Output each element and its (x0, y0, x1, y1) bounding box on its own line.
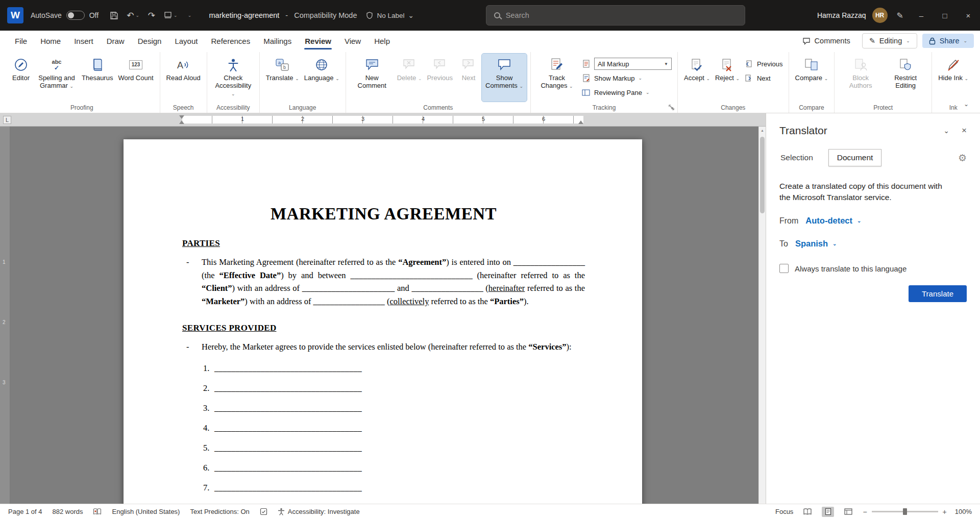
zoom-level[interactable]: 100% (955, 508, 972, 515)
vertical-scrollbar[interactable]: ▲ (758, 127, 766, 504)
read-mode-icon[interactable] (801, 507, 814, 517)
maximize-button[interactable]: □ (933, 0, 957, 31)
close-button[interactable]: × (957, 0, 980, 31)
display-for-review-select[interactable]: All Markup ▼ (594, 58, 672, 70)
proofing-errors-icon[interactable] (93, 508, 102, 515)
gear-icon[interactable]: ⚙ (958, 152, 967, 164)
language-indicator[interactable]: English (United States) (112, 508, 180, 515)
qat-extra-button[interactable]: ⌄ (161, 7, 181, 24)
collapse-pane-icon[interactable]: ⌄ (943, 127, 949, 135)
show-markup-button[interactable]: Show Markup ⌄ (581, 72, 672, 84)
predictions-status-icon[interactable] (260, 508, 267, 515)
page-indicator[interactable]: Page 1 of 4 (8, 508, 42, 515)
previous-change-label: Previous (757, 60, 783, 68)
focus-mode-button[interactable]: Focus (775, 508, 793, 515)
close-pane-icon[interactable]: × (962, 126, 967, 136)
minimize-button[interactable]: – (910, 0, 933, 31)
document-title[interactable]: marketing-agreement (209, 11, 279, 19)
horizontal-ruler[interactable]: L 1 2 3 4 5 6 (0, 113, 766, 127)
redo-button[interactable]: ↷ (144, 7, 159, 24)
first-line-indent-marker[interactable] (179, 115, 184, 119)
accessibility-person-icon (278, 508, 285, 515)
word-logo-icon[interactable]: W (7, 7, 23, 23)
tab-selector-button[interactable]: L (3, 116, 11, 124)
always-translate-checkbox[interactable] (779, 264, 789, 273)
zoom-slider[interactable] (872, 511, 938, 512)
search-input[interactable]: Search (486, 5, 745, 26)
chevron-down-icon[interactable]: ⌄ (135, 13, 139, 18)
menu-tab-home[interactable]: Home (34, 33, 67, 50)
tab-selection[interactable]: Selection (779, 150, 814, 166)
track-changes-button[interactable]: Track Changes ⌄ (534, 54, 579, 102)
autosave-toggle[interactable] (66, 11, 85, 20)
sensitivity-label-button[interactable]: No Label ⌄ (366, 11, 413, 19)
print-layout-icon[interactable] (822, 507, 834, 517)
check-accessibility-button[interactable]: Check Accessibility ⌄ (211, 54, 256, 102)
scroll-up-icon[interactable]: ▲ (759, 129, 766, 132)
scrollbar-thumb[interactable] (760, 137, 765, 213)
accept-button[interactable]: Accept ⌄ (681, 54, 713, 102)
avatar[interactable]: HR (872, 8, 888, 23)
undo-button[interactable]: ↶⌄ (124, 7, 142, 24)
document-title-area[interactable]: marketing-agreement - Compatibility Mode… (209, 11, 413, 19)
reject-button[interactable]: Reject ⌄ (713, 54, 742, 102)
autosave-control[interactable]: AutoSave Off (31, 11, 99, 20)
word-count-button[interactable]: 123 Word Count (115, 54, 156, 102)
thesaurus-button[interactable]: Thesaurus (79, 54, 115, 102)
show-comments-button[interactable]: Show Comments ⌄ (482, 54, 527, 102)
menu-tab-view[interactable]: View (338, 33, 368, 50)
text-predictions-indicator[interactable]: Text Predictions: On (190, 508, 249, 515)
next-comment-button[interactable]: Next (455, 54, 482, 102)
menu-tab-references[interactable]: References (204, 33, 257, 50)
previous-comment-button[interactable]: Previous (424, 54, 455, 102)
zoom-in-button[interactable]: + (943, 508, 947, 516)
menu-tab-draw[interactable]: Draw (100, 33, 131, 50)
menu-tab-review[interactable]: Review (298, 33, 338, 50)
zoom-slider-knob[interactable] (903, 508, 907, 515)
compare-button[interactable]: Compare ⌄ (793, 54, 831, 102)
document-page[interactable]: MARKETING AGREEMENT PARTIES - This Marke… (124, 139, 642, 504)
delete-comment-button[interactable]: Delete ⌄ (395, 54, 425, 102)
menu-tab-file[interactable]: File (8, 33, 34, 50)
previous-change-button[interactable]: Previous (744, 58, 783, 69)
menu-tab-help[interactable]: Help (368, 33, 397, 50)
hanging-indent-marker[interactable] (179, 120, 184, 124)
editing-mode-button[interactable]: ✎ Editing ⌄ (862, 33, 917, 48)
comments-button[interactable]: Comments (796, 34, 857, 48)
hide-ink-button[interactable]: Hide Ink ⌄ (936, 54, 971, 102)
zoom-out-button[interactable]: − (863, 508, 867, 516)
compatibility-mode-label: Compatibility Mode (294, 11, 357, 19)
translate-button[interactable]: Translate (909, 285, 967, 302)
save-button[interactable] (107, 7, 121, 24)
language-button[interactable]: Language ⌄ (302, 54, 342, 102)
share-button[interactable]: Share ⌄ (922, 34, 974, 48)
word-count-indicator[interactable]: 882 words (53, 508, 83, 515)
spelling-grammar-button[interactable]: abc✓ Spelling and Grammar ⌄ (34, 54, 79, 102)
menu-tab-layout[interactable]: Layout (168, 33, 204, 50)
web-layout-icon[interactable] (842, 507, 854, 517)
reviewing-pane-button[interactable]: Reviewing Pane ⌄ (581, 87, 672, 98)
customize-qat-button[interactable]: ⌄ (182, 7, 197, 24)
menu-tab-insert[interactable]: Insert (67, 33, 100, 50)
block-authors-button[interactable]: Block Authors (838, 54, 883, 102)
restrict-editing-button[interactable]: Restrict Editing (883, 54, 928, 102)
account-area[interactable]: Hamza Razzaq HR (817, 8, 888, 23)
menu-tab-design[interactable]: Design (131, 33, 168, 50)
read-aloud-button[interactable]: A Read Aloud (164, 54, 203, 102)
next-change-button[interactable]: Next (744, 72, 783, 84)
to-language-dropdown[interactable]: Spanish ⌄ (795, 239, 837, 249)
pen-icon[interactable]: ✎ (891, 11, 910, 20)
chevron-down-icon[interactable]: ⌄ (174, 13, 178, 18)
accessibility-indicator[interactable]: Accessibility: Investigate (278, 508, 360, 515)
translate-button[interactable]: ab Translate ⌄ (263, 54, 302, 102)
text-segment: ) by and between _______________________… (281, 270, 585, 280)
vertical-ruler[interactable]: 1 2 3 (0, 127, 10, 504)
menu-tab-mailings[interactable]: Mailings (257, 33, 298, 50)
collapse-ribbon-button[interactable]: ⌄ (959, 98, 974, 110)
tab-document[interactable]: Document (828, 149, 882, 166)
new-comment-button[interactable]: New Comment (350, 54, 395, 102)
from-language-dropdown[interactable]: Auto-detect ⌄ (805, 216, 861, 226)
show-comments-icon (497, 57, 511, 72)
right-indent-marker[interactable] (578, 120, 583, 124)
editor-button[interactable]: Editor (8, 54, 34, 102)
